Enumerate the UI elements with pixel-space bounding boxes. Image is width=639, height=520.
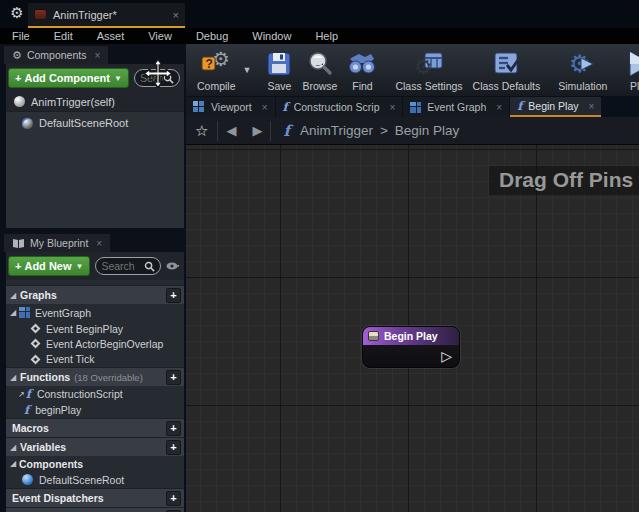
begin-play-node[interactable]: Begin Play ▷ [362,326,460,368]
graph-tab-bar: Viewport × f Construction Scrip × Event … [186,96,639,117]
save-button[interactable]: Save [266,49,292,92]
play-button[interactable]: Play [625,49,639,92]
tab-my-blueprint[interactable]: My Blueprint × [4,234,110,252]
item-label: Event BeginPlay [46,323,123,335]
eye-filter-icon[interactable] [166,261,180,271]
add-graph-button[interactable]: + [166,288,181,303]
exec-output-pin[interactable]: ▷ [441,349,452,363]
section-graphs[interactable]: ◢ Graphs + [6,285,184,304]
close-icon[interactable]: × [96,238,102,249]
add-macro-button[interactable]: + [166,421,181,436]
function-icon: f [26,387,31,401]
back-arrow-icon[interactable]: ◀ [218,123,244,138]
collapse-arrow-icon[interactable]: ◢ [10,459,19,468]
my-blueprint-search[interactable] [95,257,161,275]
graph-canvas[interactable]: Drag Off Pins t Begin Play ▷ [186,145,639,512]
browse-label: Browse [302,80,337,92]
find-button[interactable]: Find [347,49,377,92]
function-icon: f [517,99,522,113]
close-icon[interactable]: × [589,101,595,112]
collapse-arrow-icon[interactable]: ◢ [10,373,18,382]
actor-sphere-icon [14,96,25,107]
close-icon[interactable]: × [94,50,100,61]
section-event-dispatchers[interactable]: Event Dispatchers + [6,488,184,507]
tab-begin-play[interactable]: f Begin Play × [510,97,601,117]
class-defaults-button[interactable]: Class Defaults [473,49,541,92]
event-diamond-icon [31,354,41,364]
add-function-button[interactable]: + [166,370,181,385]
save-label: Save [267,80,291,92]
class-settings-button[interactable]: ⚙ Class Settings [395,49,462,92]
add-new-button[interactable]: + Add New ▼ [8,256,90,276]
add-dispatcher-button[interactable]: + [166,491,181,506]
simulation-button[interactable]: ⚙ Simulation [558,49,607,92]
browse-button[interactable]: Browse [302,49,337,92]
event-item-actorbeginoverlap[interactable]: Event ActorBeginOverlap [6,336,184,351]
tab-viewport[interactable]: Viewport × [186,97,275,117]
plus-icon: + [15,260,21,272]
add-component-label: Add Component [24,72,110,84]
breadcrumb-separator: > [380,123,388,138]
menu-view[interactable]: View [136,28,184,44]
close-icon[interactable]: × [262,102,268,113]
variable-item-defaultsceneroot[interactable]: DefaultSceneRoot [6,471,184,488]
item-label: Event ActorBeginOverlap [46,338,163,350]
add-variable-button[interactable]: + [166,440,181,455]
section-variables[interactable]: ◢ Variables + [6,437,184,456]
breadcrumb-graph[interactable]: Begin Play [395,123,460,138]
collapse-arrow-icon[interactable]: ◢ [10,308,19,317]
menu-edit[interactable]: Edit [42,28,85,44]
menu-asset[interactable]: Asset [85,28,137,44]
section-macros[interactable]: Macros + [6,418,184,437]
node-title: Begin Play [384,330,438,342]
category-label: Components [19,458,83,470]
override-arrow-icon: ↗ [18,390,25,399]
tab-construction-script[interactable]: f Construction Scrip × [276,97,403,117]
event-item-beginplay[interactable]: Event BeginPlay [6,321,184,336]
menu-help[interactable]: Help [303,28,350,44]
chevron-down-icon: ▼ [76,262,84,271]
browse-icon [306,49,334,79]
unreal-logo-icon: ⚙ [8,4,26,22]
graph-item-eventgraph[interactable]: ◢ EventGraph [6,304,184,321]
components-icon: ⚙ [12,49,22,62]
tab-components[interactable]: ⚙ Components × [4,46,108,64]
collapse-arrow-icon[interactable]: ◢ [10,291,18,300]
close-icon[interactable]: × [389,102,395,113]
plus-icon: + [15,72,21,84]
add-component-button[interactable]: + Add Component ▼ [8,68,129,88]
asset-tab-animtrigger[interactable]: AnimTrigger* × [28,3,185,28]
breadcrumb-class[interactable]: AnimTrigger [300,123,373,138]
section-functions[interactable]: ◢ Functions (18 Overridable) + [6,367,184,386]
close-icon[interactable]: × [173,9,179,21]
svg-text:⚙: ⚙ [414,55,433,78]
component-row-scene-root[interactable]: DefaultSceneRoot [6,112,184,134]
favorite-star-icon[interactable]: ☆ [186,122,217,140]
component-row-self[interactable]: AnimTrigger(self) [6,92,184,112]
search-icon [144,261,155,272]
function-item-constructionscript[interactable]: ↗ f ConstructionScript [6,386,184,402]
close-icon[interactable]: × [496,102,502,113]
tab-event-graph[interactable]: Event Graph × [403,97,509,117]
title-bar: ⚙ AnimTrigger* × [0,0,639,28]
event-graph-icon [19,307,30,318]
chevron-down-icon[interactable]: ▼ [243,65,252,75]
compile-icon: ⚙? [200,49,232,79]
compile-button[interactable]: ⚙? Compile [197,49,236,92]
collapse-arrow-icon[interactable]: ◢ [10,443,18,452]
event-graph-icon [410,102,421,113]
class-settings-label: Class Settings [395,80,462,92]
forward-arrow-icon[interactable]: ▶ [244,123,270,138]
function-item-beginplay[interactable]: f beginPlay [6,402,184,418]
tab-label: Begin Play [528,100,578,112]
my-blueprint-search-input[interactable] [101,260,144,272]
simulation-label: Simulation [558,80,607,92]
event-item-tick[interactable]: Event Tick [6,351,184,367]
scene-component-icon [22,118,33,129]
variables-category-components[interactable]: ◢ Components [6,456,184,471]
menu-file[interactable]: File [0,28,42,44]
find-icon [347,49,377,79]
menu-debug[interactable]: Debug [184,28,240,44]
section-label: Event Dispatchers [12,492,104,504]
menu-window[interactable]: Window [240,28,303,44]
